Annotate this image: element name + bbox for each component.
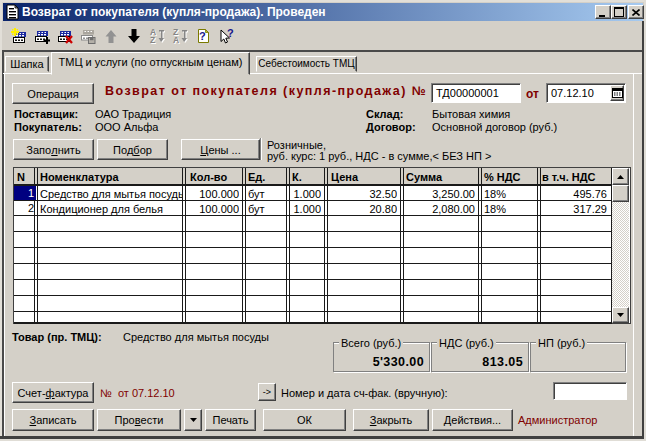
svg-text:A: A: [173, 35, 179, 44]
svg-text:?: ?: [199, 30, 206, 42]
svg-text:Z: Z: [150, 35, 155, 44]
